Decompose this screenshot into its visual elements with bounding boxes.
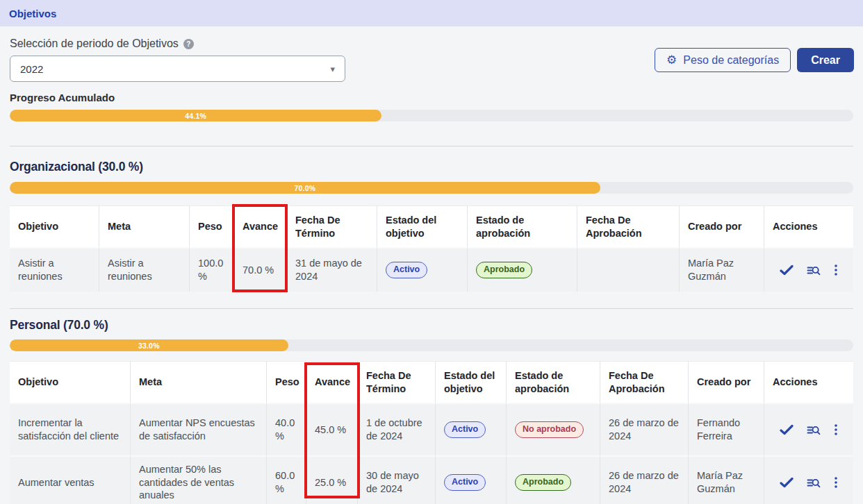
period-select-value: 2022 bbox=[20, 63, 43, 75]
section-title-organizacional: Organizacional (30.0 %) bbox=[10, 160, 143, 174]
cell-estado-objetivo: Activo bbox=[436, 455, 507, 504]
accumulated-progress-bar: 44.1% bbox=[10, 110, 853, 121]
cell-fecha-aprobacion bbox=[577, 247, 680, 292]
table-header-row: Objetivo Meta Peso Avance Fecha De Térmi… bbox=[10, 361, 853, 403]
personal-progress-bar: 33.0% bbox=[10, 339, 853, 351]
cell-objetivo: Asistir a reuniones bbox=[10, 247, 99, 292]
col-header-estado-aprobacion: Estado de aprobación bbox=[468, 205, 577, 247]
accumulated-progress-label: Progreso Acumulado bbox=[10, 92, 115, 103]
table-row: Incrementar la satisfacción del cliente … bbox=[10, 403, 853, 455]
organizacional-progress-bar: 70.0% bbox=[10, 182, 853, 194]
kebab-menu-icon[interactable] bbox=[834, 264, 838, 276]
personal-progress-fill: 33.0% bbox=[10, 339, 288, 351]
cell-avance: 45.0 % bbox=[306, 403, 358, 455]
view-details-search-icon[interactable] bbox=[807, 477, 821, 489]
page-header: Objetivos bbox=[0, 0, 863, 26]
col-header-fecha-termino: Fecha De Término bbox=[287, 205, 377, 247]
cell-fecha-termino: 30 de mayo de 2024 bbox=[358, 455, 436, 504]
create-button[interactable]: Crear bbox=[797, 48, 854, 72]
personal-progress-value: 33.0% bbox=[138, 342, 160, 350]
col-header-acciones: Acciones bbox=[764, 205, 853, 247]
cell-peso: 100.0 % bbox=[190, 247, 234, 292]
kebab-menu-icon[interactable] bbox=[834, 476, 838, 489]
cell-objetivo: Aumentar ventas bbox=[10, 455, 131, 504]
cell-estado-objetivo: Activo bbox=[436, 403, 507, 455]
table-row: Asistir a reuniones Asistir a reuniones … bbox=[10, 247, 853, 292]
col-header-avance: Avance bbox=[234, 205, 287, 247]
cell-acciones bbox=[764, 455, 853, 504]
status-badge: Activo bbox=[444, 474, 486, 490]
help-icon[interactable]: ? bbox=[183, 39, 194, 49]
accumulated-progress-fill: 44.1% bbox=[10, 110, 381, 121]
approve-check-icon[interactable] bbox=[780, 424, 794, 435]
cell-fecha-aprobacion: 26 de marzo de 2024 bbox=[600, 403, 689, 455]
cell-acciones bbox=[764, 247, 853, 292]
col-header-estado-objetivo: Estado del objetivo bbox=[377, 205, 468, 247]
create-label: Crear bbox=[811, 54, 840, 67]
col-header-meta: Meta bbox=[99, 205, 190, 247]
cell-fecha-aprobacion: 26 de marzo de 2024 bbox=[600, 455, 689, 504]
col-header-estado-aprobacion: Estado de aprobación bbox=[507, 361, 600, 403]
cell-creado-por: María Paz Guzmán bbox=[680, 247, 764, 292]
cell-meta: Asistir a reuniones bbox=[99, 247, 190, 292]
cell-avance: 70.0 % bbox=[234, 247, 287, 292]
col-header-estado-objetivo: Estado del objetivo bbox=[436, 361, 507, 403]
view-details-search-icon[interactable] bbox=[807, 264, 821, 276]
col-header-acciones: Acciones bbox=[764, 361, 853, 403]
approve-check-icon[interactable] bbox=[780, 264, 794, 276]
cell-creado-por: María Paz Guzmán bbox=[689, 455, 764, 504]
cell-meta: Aumentar NPS encuestas de satisfacción bbox=[131, 403, 267, 455]
col-header-creado-por: Creado por bbox=[689, 361, 764, 403]
cell-fecha-termino: 1 de octubre de 2024 bbox=[358, 403, 436, 455]
col-header-avance: Avance bbox=[306, 361, 358, 403]
cell-estado-aprobacion: No aprobado bbox=[507, 403, 600, 455]
col-header-objetivo: Objetivo bbox=[10, 205, 99, 247]
category-weights-label: Peso de categorías bbox=[683, 54, 779, 67]
period-label-row: Selección de periodo de Objetivos ? bbox=[10, 37, 194, 50]
col-header-peso: Peso bbox=[267, 361, 306, 403]
category-weights-button[interactable]: ⚙ Peso de categorías bbox=[655, 48, 791, 72]
cell-peso: 40.0 % bbox=[267, 403, 306, 455]
section-divider bbox=[10, 146, 853, 146]
col-header-objetivo: Objetivo bbox=[10, 361, 131, 403]
cell-fecha-termino: 31 de mayo de 2024 bbox=[287, 247, 377, 292]
cell-estado-aprobacion: Aprobado bbox=[468, 247, 577, 292]
approval-badge: No aprobado bbox=[515, 421, 584, 437]
organizacional-progress-value: 70.0% bbox=[295, 184, 316, 192]
approval-badge: Aprobado bbox=[476, 262, 532, 278]
col-header-fecha-aprobacion: Fecha De Aprobación bbox=[600, 361, 689, 403]
cell-avance: 25.0 % bbox=[306, 455, 358, 504]
personal-table: Objetivo Meta Peso Avance Fecha De Térmi… bbox=[10, 361, 853, 504]
organizacional-table: Objetivo Meta Peso Avance Fecha De Térmi… bbox=[10, 205, 853, 292]
approval-badge: Aprobado bbox=[515, 474, 571, 490]
chevron-down-icon: ▾ bbox=[330, 64, 335, 74]
col-header-meta: Meta bbox=[131, 361, 267, 403]
cell-creado-por: Fernando Ferreira bbox=[689, 403, 764, 455]
cell-acciones bbox=[764, 403, 853, 455]
accumulated-progress-value: 44.1% bbox=[185, 112, 206, 120]
col-header-fecha-termino: Fecha De Término bbox=[358, 361, 436, 403]
status-badge: Activo bbox=[386, 262, 427, 278]
approve-check-icon[interactable] bbox=[780, 477, 794, 488]
page-title: Objetivos bbox=[9, 8, 56, 19]
section-divider bbox=[10, 308, 853, 309]
section-title-personal: Personal (70.0 %) bbox=[10, 318, 108, 333]
cell-objetivo: Incrementar la satisfacción del cliente bbox=[10, 403, 131, 455]
cell-peso: 60.0 % bbox=[267, 455, 306, 504]
cell-estado-aprobacion: Aprobado bbox=[507, 455, 600, 504]
view-details-search-icon[interactable] bbox=[807, 424, 821, 436]
status-badge: Activo bbox=[444, 421, 486, 437]
table-header-row: Objetivo Meta Peso Avance Fecha De Térmi… bbox=[10, 205, 853, 247]
col-header-peso: Peso bbox=[190, 205, 234, 247]
cell-meta: Aumentar 50% las cantidades de ventas an… bbox=[131, 455, 267, 504]
cell-estado-objetivo: Activo bbox=[377, 247, 468, 292]
col-header-fecha-aprobacion: Fecha De Aprobación bbox=[577, 205, 680, 247]
period-select[interactable]: 2022 ▾ bbox=[10, 56, 345, 82]
toolbar: ⚙ Peso de categorías Crear bbox=[655, 48, 854, 72]
kebab-menu-icon[interactable] bbox=[834, 423, 838, 436]
col-header-creado-por: Creado por bbox=[680, 205, 764, 247]
organizacional-progress-fill: 70.0% bbox=[10, 182, 600, 194]
period-label: Selección de periodo de Objetivos bbox=[10, 37, 179, 50]
gear-icon: ⚙ bbox=[666, 54, 677, 66]
table-row: Aumentar ventas Aumentar 50% las cantida… bbox=[10, 455, 853, 504]
